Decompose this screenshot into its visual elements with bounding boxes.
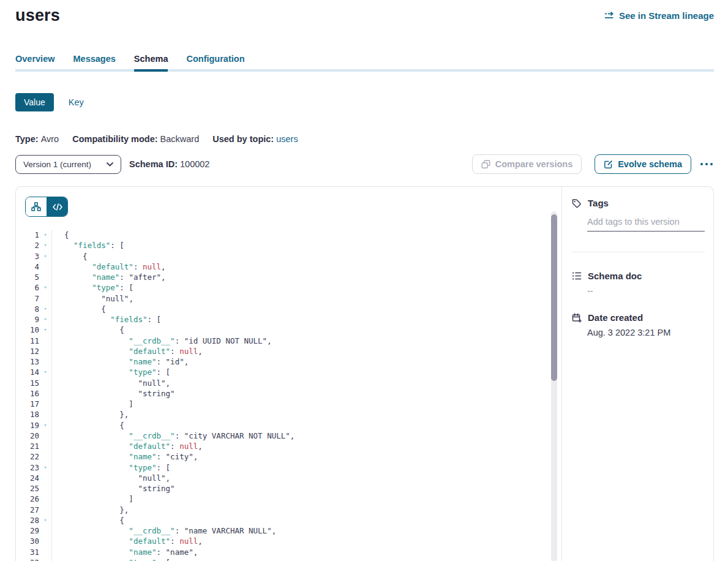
fold-gutter [39, 525, 51, 536]
code-text: { [51, 230, 561, 240]
tag-icon [572, 198, 582, 208]
stream-lineage-link[interactable]: See in Stream lineage [604, 10, 714, 21]
line-number: 25 [16, 483, 39, 494]
code-text: }, [51, 505, 561, 515]
code-line: 29 "__crdb__": "name VARCHAR NULL", [16, 525, 561, 536]
fold-triangle-icon[interactable]: ▾ [39, 230, 51, 240]
fold-gutter [39, 505, 51, 515]
code-text: "type": [ [51, 367, 561, 377]
fold-triangle-icon[interactable]: ▾ [39, 325, 51, 335]
code-text: "default": null, [51, 536, 561, 546]
edit-icon [604, 160, 613, 169]
line-number: 29 [16, 525, 39, 536]
code-text: "name": "city", [51, 451, 561, 462]
line-number: 14 [16, 367, 39, 377]
tab-messages[interactable]: Messages [73, 54, 116, 72]
code-line: 4 "default": null, [16, 262, 561, 272]
code-line: 15 "null", [16, 378, 561, 388]
code-line: 12 "default": null, [16, 346, 561, 356]
fold-gutter [39, 473, 51, 483]
code-line: 30 "default": null, [16, 536, 561, 546]
calendar-add-icon [572, 313, 582, 323]
schema-meta-row: Type: AvroCompatibility mode: BackwardUs… [15, 134, 714, 144]
meta-item: Compatibility mode: Backward [72, 134, 199, 144]
code-text: "null", [51, 378, 561, 388]
code-text: "string" [51, 483, 561, 494]
tags-input[interactable] [587, 217, 705, 232]
schema-id-label: Schema ID: [129, 159, 178, 169]
view-mode-toggle [25, 197, 68, 217]
schema-page: users See in Stream lineage OverviewMess… [0, 0, 728, 561]
line-number: 8 [16, 304, 39, 314]
editor-toolbar [16, 187, 561, 217]
line-number: 31 [16, 547, 39, 557]
key-toggle-link[interactable]: Key [69, 97, 84, 107]
fold-gutter [39, 409, 51, 420]
fold-triangle-icon[interactable]: ▾ [39, 420, 51, 431]
code-text: "__crdb__": "city VARCHAR NOT NULL", [51, 431, 561, 441]
code-text: { [51, 515, 561, 525]
line-number: 10 [16, 325, 39, 335]
fold-triangle-icon[interactable]: ▾ [39, 282, 51, 293]
value-key-toggle: Value Key [15, 93, 714, 111]
line-number: 20 [16, 431, 39, 441]
fold-gutter [39, 431, 51, 441]
stream-lineage-icon [604, 12, 615, 20]
code-line: 19▾ { [16, 420, 561, 431]
tab-configuration[interactable]: Configuration [186, 54, 244, 72]
more-options-button[interactable] [699, 159, 714, 169]
fold-triangle-icon[interactable]: ▾ [39, 251, 51, 262]
evolve-schema-button[interactable]: Evolve schema [595, 154, 691, 174]
compare-versions-button[interactable]: Compare versions [472, 154, 582, 174]
meta-value: Backward [160, 134, 200, 144]
schema-doc-value: -- [587, 286, 705, 296]
code-text: { [51, 251, 561, 262]
line-number: 18 [16, 409, 39, 420]
code-line: 18 }, [16, 409, 561, 420]
fold-triangle-icon[interactable]: ▾ [39, 462, 51, 473]
fold-triangle-icon[interactable]: ▾ [39, 314, 51, 325]
schema-id: Schema ID: 100002 [129, 159, 209, 169]
chevron-down-icon [107, 162, 113, 167]
code-text: ] [51, 399, 561, 409]
meta-item: Used by topic: users [212, 134, 298, 144]
fold-triangle-icon[interactable]: ▾ [39, 515, 51, 525]
fold-triangle-icon[interactable]: ▾ [39, 367, 51, 377]
code-line: 14▾ "type": [ [16, 367, 561, 377]
code-line: 1▾{ [16, 230, 561, 240]
code-line: 23▾ "type": [ [16, 462, 561, 473]
date-created-section-title: Date created [588, 312, 643, 323]
code-view-toggle[interactable] [47, 197, 67, 216]
schema-code-viewer[interactable]: 1▾{2▾ "fields": [3▾ {4 "default": null,5… [16, 230, 561, 561]
page-header: users See in Stream lineage [15, 0, 714, 25]
fold-gutter [39, 378, 51, 388]
line-number: 28 [16, 515, 39, 525]
fold-triangle-icon[interactable]: ▾ [39, 557, 51, 561]
code-text: "null", [51, 473, 561, 483]
code-line: 32▾ "type": [ [16, 557, 561, 561]
editor-scrollbar-track[interactable] [551, 211, 557, 561]
fold-gutter [39, 536, 51, 546]
editor-scrollbar-thumb[interactable] [551, 214, 557, 381]
line-number: 27 [16, 505, 39, 515]
line-number: 21 [16, 441, 39, 451]
version-select-value: Version 1 (current) [23, 160, 91, 169]
tab-overview[interactable]: Overview [15, 54, 55, 72]
fold-triangle-icon[interactable]: ▾ [39, 240, 51, 250]
line-number: 23 [16, 462, 39, 473]
code-line: 16 "string" [16, 388, 561, 399]
tree-view-toggle[interactable] [26, 197, 47, 216]
topic-link[interactable]: users [276, 134, 298, 144]
code-line: 8▾ { [16, 304, 561, 314]
line-number: 19 [16, 420, 39, 431]
tab-schema[interactable]: Schema [134, 54, 168, 72]
code-line: 13 "name": "id", [16, 356, 561, 367]
version-select[interactable]: Version 1 (current) [15, 155, 121, 174]
code-text: "__crdb__": "id UUID NOT NULL", [51, 336, 561, 346]
value-toggle-button[interactable]: Value [15, 93, 54, 111]
fold-triangle-icon[interactable]: ▾ [39, 304, 51, 314]
code-text: "null", [51, 293, 561, 304]
code-text: ] [51, 494, 561, 504]
compare-versions-label: Compare versions [495, 159, 573, 169]
stream-lineage-label: See in Stream lineage [619, 10, 714, 21]
